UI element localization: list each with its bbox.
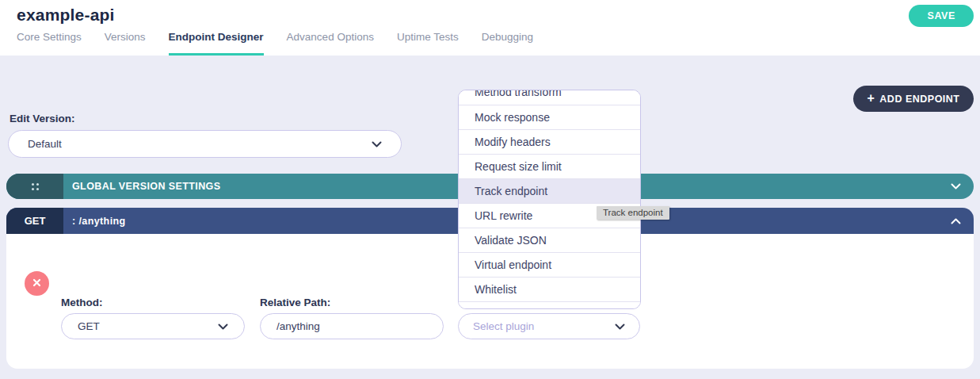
edit-version-select[interactable]: Default bbox=[8, 130, 402, 158]
menu-item-virtual-endpoint[interactable]: Virtual endpoint bbox=[459, 252, 640, 277]
plus-icon: + bbox=[868, 92, 875, 105]
drag-handle[interactable] bbox=[6, 174, 63, 199]
tab-versions[interactable]: Versions bbox=[105, 31, 146, 56]
chevron-up-icon bbox=[951, 218, 961, 224]
page-title: example-api bbox=[17, 6, 115, 25]
close-icon bbox=[32, 278, 41, 289]
content-area: + ADD ENDPOINT Edit Version: Default GLO… bbox=[0, 56, 980, 379]
tab-core-settings[interactable]: Core Settings bbox=[17, 31, 82, 56]
menu-item-modify-headers[interactable]: Modify headers bbox=[459, 129, 640, 154]
global-bar-label: GLOBAL VERSION SETTINGS bbox=[72, 181, 220, 192]
plugin-menu-list: Method transform Mock response Modify he… bbox=[459, 90, 640, 309]
chevron-down-icon bbox=[372, 141, 382, 147]
chevron-down-icon bbox=[951, 183, 961, 190]
menu-item-request-size-limit[interactable]: Request size limit bbox=[459, 154, 640, 178]
endpoint-method-badge: GET bbox=[6, 208, 63, 234]
method-label: Method: bbox=[61, 297, 102, 308]
tab-debugging[interactable]: Debugging bbox=[482, 31, 533, 56]
tab-uptime-tests[interactable]: Uptime Tests bbox=[397, 31, 459, 56]
menu-item-track-endpoint[interactable]: Track endpoint bbox=[459, 178, 640, 203]
drag-handle-icon bbox=[32, 183, 39, 190]
chevron-down-icon bbox=[615, 323, 625, 330]
menu-item-mock-response[interactable]: Mock response bbox=[459, 105, 640, 129]
endpoint-designer-page: example-api SAVE Core Settings Versions … bbox=[0, 0, 980, 379]
endpoint-path-label: : /anything bbox=[72, 216, 126, 227]
tab-advanced-options[interactable]: Advanced Options bbox=[287, 31, 374, 56]
tab-endpoint-designer[interactable]: Endpoint Designer bbox=[169, 31, 264, 56]
method-value: GET bbox=[78, 320, 100, 332]
edit-version-value: Default bbox=[28, 138, 62, 150]
track-endpoint-tooltip: Track endpoint bbox=[597, 206, 669, 220]
chevron-down-icon bbox=[218, 323, 228, 330]
add-endpoint-button[interactable]: + ADD ENDPOINT bbox=[853, 86, 974, 112]
add-endpoint-label: ADD ENDPOINT bbox=[879, 94, 959, 105]
menu-item-method-transform[interactable]: Method transform bbox=[459, 90, 640, 105]
relative-path-label: Relative Path: bbox=[260, 297, 330, 308]
plugin-dropdown-menu: Method transform Mock response Modify he… bbox=[458, 90, 641, 309]
relative-path-input[interactable] bbox=[260, 313, 444, 339]
tab-bar: Core Settings Versions Endpoint Designer… bbox=[17, 31, 533, 56]
edit-version-label: Edit Version: bbox=[10, 113, 75, 124]
menu-item-whitelist[interactable]: Whitelist bbox=[459, 277, 640, 301]
method-select[interactable]: GET bbox=[61, 313, 245, 339]
plugin-select-placeholder: Select plugin bbox=[473, 320, 534, 332]
header: example-api SAVE Core Settings Versions … bbox=[0, 0, 980, 56]
menu-item-validate-json[interactable]: Validate JSON bbox=[459, 228, 640, 252]
menu-item-go-plugin[interactable]: Go Plugin bbox=[459, 301, 640, 309]
save-button[interactable]: SAVE bbox=[909, 5, 974, 27]
remove-endpoint-button[interactable] bbox=[25, 271, 49, 296]
plugin-select[interactable]: Select plugin bbox=[458, 313, 640, 339]
